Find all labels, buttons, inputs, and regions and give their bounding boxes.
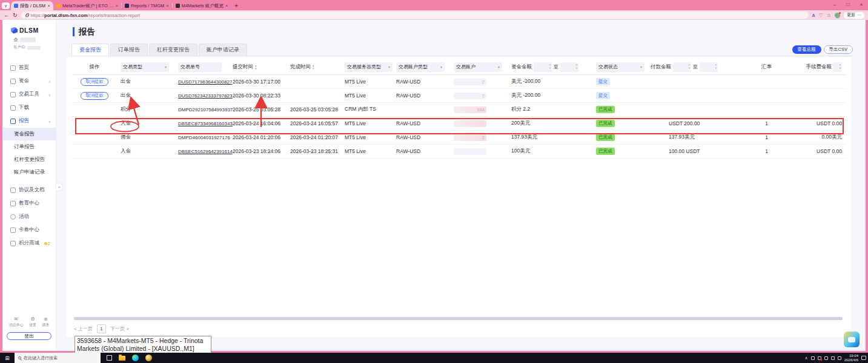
taskbar-apps (107, 355, 152, 361)
header-submit-time[interactable]: 提交时间▴▾ (233, 64, 290, 71)
filter-server-type[interactable]: 交易服务器类型▾ (345, 62, 393, 72)
minimize-button[interactable]: – (828, 0, 841, 9)
next-page-button[interactable]: 下一页 > (110, 325, 129, 332)
mt5-app-icon[interactable] (145, 355, 152, 361)
sidebar-item-home[interactable]: 首页 (2, 61, 56, 74)
tab-order-report[interactable]: 订单报告 (110, 44, 148, 56)
translate-icon[interactable]: A (812, 13, 815, 18)
tab-leverage-report[interactable]: 杠杆变更报告 (149, 44, 197, 56)
task-view-icon[interactable] (107, 355, 112, 361)
redacted-account: 2 (454, 93, 486, 99)
horizontal-scrollbar[interactable] (74, 317, 843, 320)
browser-tab-4[interactable]: M4Markets 账户概览 × (173, 1, 231, 10)
file-explorer-icon[interactable] (119, 356, 125, 361)
transaction-link[interactable]: DUSD762342333797823 (178, 93, 232, 99)
cell-payment: 100.00 USDT (651, 148, 746, 154)
cancel-withdrawal-button[interactable]: 取消提款 (81, 78, 108, 86)
filter-transaction-type[interactable]: 交易类型▾ (121, 62, 169, 72)
sidebar-item-funds[interactable]: 资金∨ (2, 74, 56, 88)
lock-icon[interactable] (25, 15, 28, 17)
close-tab-icon[interactable]: × (48, 3, 50, 8)
caret-down-icon: ▾ (165, 65, 167, 69)
browser-tab-3[interactable]: Reports / TMGM × (122, 1, 172, 10)
network-icon[interactable] (824, 356, 828, 360)
transaction-number: DMPD292107584993937 (178, 107, 233, 113)
redacted-company (20, 38, 36, 42)
show-hidden-icons[interactable]: ∧ (805, 356, 808, 361)
transaction-link[interactable]: DBSEC51629642391614 (178, 149, 233, 154)
sidebar-item-education[interactable]: 教育中心 (2, 197, 56, 210)
tab-title: Reports / TMGM (131, 3, 164, 8)
amount-max-input[interactable] (560, 62, 578, 72)
payment-min-input[interactable] (673, 62, 691, 72)
browser-tab-2[interactable]: MetaTrader账户 | ETO Markets Li... × (53, 1, 121, 10)
new-tab-button[interactable]: + (234, 2, 238, 9)
close-window-button[interactable]: × (855, 0, 868, 9)
fee-input[interactable] (833, 62, 842, 72)
transaction-link[interactable]: DBSEC87334968160343 (178, 121, 233, 126)
close-tab-icon[interactable]: × (225, 3, 228, 8)
cell-type: 积分 (121, 106, 178, 113)
notifications-icon[interactable] (861, 356, 866, 360)
page-number[interactable]: 1 (97, 324, 106, 333)
tab-funds-report[interactable]: 资金报告 (71, 44, 109, 56)
update-pill[interactable]: 更新⋯ (844, 12, 864, 19)
sidebar-item-reports[interactable]: 报告∧ (2, 114, 56, 128)
logo: DLSM (2, 20, 56, 36)
sidebar-item-trading-tools[interactable]: 交易工具∨ (2, 88, 56, 101)
filter-status[interactable]: 交易状态▾ (596, 62, 644, 72)
cell-amount: 100美元 (511, 148, 596, 155)
edge-browser-icon[interactable] (132, 355, 139, 361)
taskbar-clock[interactable]: 19:042026/4/6 (844, 354, 858, 362)
payment-max-input[interactable] (700, 62, 718, 72)
cancel-withdrawal-button[interactable]: 取消提款 (81, 92, 108, 100)
maximize-button[interactable]: □ (841, 0, 855, 9)
taskbar-search[interactable]: 在此键入进行搜索 (15, 353, 101, 363)
message-center-button[interactable]: ✉消息中心 (9, 316, 24, 328)
sidebar-item-agreements[interactable]: 协议及文档 (2, 183, 56, 197)
profile-avatar[interactable] (835, 13, 840, 18)
filter-transaction-number[interactable]: 交易单号 (178, 62, 222, 72)
globe-icon: ⊕ (44, 316, 48, 322)
sidebar-item-funds-report[interactable]: 资金报告 (2, 128, 56, 140)
pen-icon[interactable] (831, 356, 835, 360)
reload-icon[interactable]: ↻ (13, 12, 18, 18)
settings-button[interactable]: ⚙设置 (29, 316, 36, 328)
export-csv-button[interactable]: 导出CSV (824, 45, 853, 54)
browser-tab-1[interactable]: 报告 / DLSM × (11, 1, 53, 10)
filter-account-type[interactable]: 交易账户类型▾ (396, 62, 445, 72)
tab-search-button[interactable]: ∨ (2, 2, 10, 9)
ime-icon[interactable] (838, 356, 841, 360)
start-button[interactable]: ⊞ (0, 355, 15, 361)
tab-account-applications[interactable]: 账户申请记录 (199, 44, 247, 56)
close-tab-icon[interactable]: × (116, 3, 118, 8)
sidebar-item-order-report[interactable]: 订单报告 (2, 140, 56, 153)
logout-button[interactable]: 登出 (7, 332, 51, 340)
cell-submit-time: 2026-03-30 08:22:33 (233, 93, 290, 99)
sidebar-item-activities[interactable]: 活动 (2, 210, 56, 223)
sidebar-item-points-mall[interactable]: 积分商城2 (2, 237, 56, 250)
close-tab-icon[interactable]: × (166, 3, 168, 8)
header-complete-time[interactable]: 完成时间▴▾ (290, 64, 345, 71)
sidebar-item-download[interactable]: 下载 (2, 101, 56, 114)
prev-page-button[interactable]: < 上一页 (74, 325, 93, 332)
favorites-heart-icon[interactable]: ♡ (819, 13, 823, 18)
sidebar-item-account-applications[interactable]: 账户申请记录 (2, 166, 56, 178)
amount-min-input[interactable] (534, 62, 552, 72)
cell-submit-time: 2026-03-23 18:24:06 (233, 148, 290, 154)
volume-icon[interactable] (818, 356, 821, 360)
sidebar-item-coupons[interactable]: 卡券中心 (2, 223, 56, 237)
address-bar[interactable]: https://portal.dlsm-fxn.com/reports/tran… (21, 11, 809, 19)
caret-down-icon: ▾ (498, 65, 500, 69)
bookmark-star-icon[interactable]: ☆ (827, 13, 831, 18)
display-icon[interactable] (811, 356, 815, 360)
filter-account[interactable]: 交易账户▾ (454, 62, 502, 72)
points-badge: 2 (44, 241, 50, 246)
sidebar-item-leverage-report[interactable]: 杠杆变更报告 (2, 153, 56, 166)
customer-service-chat-button[interactable] (844, 332, 860, 347)
survey-button[interactable]: ⊕调查 (42, 316, 49, 328)
view-total-button[interactable]: 查看总额 (792, 45, 821, 54)
back-icon[interactable]: ← (4, 12, 9, 18)
cell-server: MT5 Live (345, 120, 396, 126)
transaction-link[interactable]: DUSD717963644300827 (178, 79, 232, 85)
